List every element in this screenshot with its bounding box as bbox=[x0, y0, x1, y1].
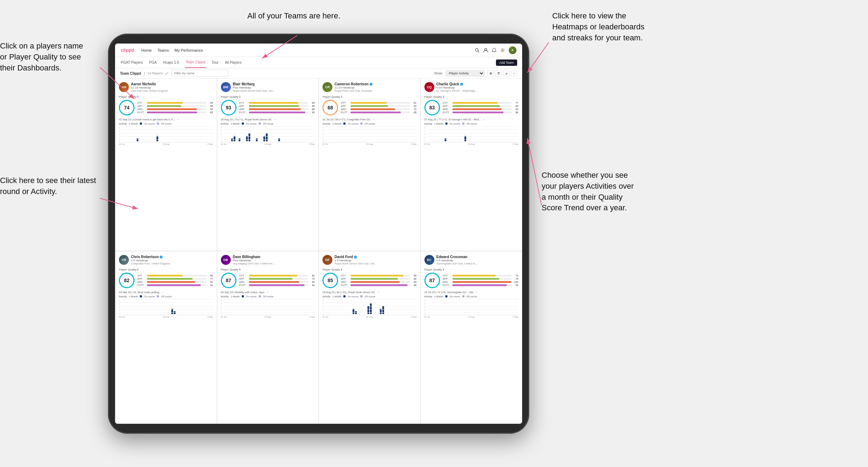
stat-row-ott: OTT 89 bbox=[341, 274, 417, 277]
activity-section: Activity · 1 Month On course Off course … bbox=[424, 295, 519, 318]
nav-teams[interactable]: Teams bbox=[158, 48, 169, 52]
quality-label: Player Quality ℹ bbox=[322, 268, 417, 271]
date-end: 4 Sep bbox=[411, 143, 417, 145]
latest-round[interactable]: 02 Jul 23 | 59 (+17), Craigmillar Park G… bbox=[322, 118, 417, 121]
player-name[interactable]: David Ford ✓ bbox=[335, 255, 417, 259]
legend-on-course bbox=[242, 295, 244, 297]
activity-section: Activity · 1 Month On course Off course … bbox=[221, 295, 315, 318]
stat-bar-ott bbox=[249, 102, 299, 104]
player-name[interactable]: Charlie Quick ✓ bbox=[436, 82, 519, 86]
stat-label-arg: ARG bbox=[137, 281, 146, 283]
latest-round-arrow: → bbox=[273, 118, 276, 121]
player-card: CQ Charlie Quick ✓ 6-10 Handicap St. Geo… bbox=[421, 78, 522, 251]
stat-bar-arg bbox=[147, 108, 197, 110]
player-name[interactable]: Edward Crossman bbox=[436, 255, 519, 259]
quality-circle[interactable]: 74 bbox=[119, 100, 135, 115]
stat-label-putt: PUTT bbox=[341, 111, 349, 114]
stat-bar-app bbox=[452, 105, 500, 107]
player-name[interactable]: Aaron Nicholls bbox=[131, 82, 213, 86]
chart-dates: 31 Jul 21 Aug 4 Sep bbox=[221, 143, 315, 145]
stat-label-ott: OTT bbox=[443, 274, 451, 277]
bell-icon[interactable] bbox=[492, 48, 497, 53]
latest-round[interactable]: 02 Sep 23 | Sunset round to get back int… bbox=[119, 118, 213, 121]
stat-bar-bg-app bbox=[452, 278, 512, 280]
stat-bar-bg-ott bbox=[452, 102, 512, 104]
nav-icons: A bbox=[475, 46, 516, 54]
legend-on-course bbox=[343, 123, 346, 125]
quality-circle[interactable]: 87 bbox=[221, 273, 236, 288]
latest-round[interactable]: 04 Sep 23 | Mobility with coach, Gym → bbox=[221, 290, 315, 294]
stat-bar-putt bbox=[452, 112, 503, 113]
grid-view-button[interactable]: ⊞ bbox=[487, 70, 494, 76]
edit-icon[interactable] bbox=[165, 72, 169, 75]
quality-circle[interactable]: 82 bbox=[119, 273, 135, 288]
nav-home[interactable]: Home bbox=[141, 48, 152, 52]
tab-team-clippd[interactable]: Team Clippd bbox=[185, 57, 206, 68]
activity-label: Activity · 1 Month On course Off course bbox=[322, 123, 417, 125]
activity-section: Activity · 1 Month On course Off course … bbox=[424, 123, 519, 145]
player-name[interactable]: Cameron Robertson ✓ bbox=[335, 82, 417, 86]
user-avatar[interactable]: A bbox=[509, 46, 516, 54]
stat-label-ott: OTT bbox=[341, 274, 349, 277]
player-name[interactable]: Blair McHarg bbox=[233, 82, 315, 86]
list-view-button[interactable]: ☰ bbox=[495, 70, 502, 76]
settings-icon[interactable] bbox=[500, 48, 505, 53]
view-icons: ⊞ ☰ ⊿ ↕ bbox=[487, 70, 517, 76]
user-icon[interactable] bbox=[483, 48, 488, 53]
legend-off-text: Off course bbox=[161, 123, 172, 125]
show-select[interactable]: Player Activity Quality Score Trend bbox=[446, 70, 485, 76]
filter-button[interactable]: ⊿ bbox=[503, 70, 509, 76]
stat-label-putt: PUTT bbox=[341, 284, 349, 286]
stat-label-arg: ARG bbox=[239, 108, 248, 110]
stat-row-putt: PUTT 85 bbox=[341, 111, 417, 114]
latest-round[interactable]: 18 Jul 23 | 74 (+4), Sunningdale GC - Ol… bbox=[424, 290, 519, 294]
stat-value-app: 63 bbox=[411, 105, 417, 107]
latest-round-arrow: → bbox=[475, 290, 478, 294]
stat-bar-app bbox=[350, 105, 388, 107]
quality-label: Player Quality ℹ bbox=[221, 268, 315, 271]
chart-dates: 31 Jul 21 Aug 4 Sep bbox=[119, 316, 213, 318]
stat-row-app: APP 80 bbox=[341, 278, 417, 280]
activity-chart: 5 4 3 2 1 bbox=[424, 126, 519, 142]
tab-pgat[interactable]: PGAT Players bbox=[120, 57, 143, 68]
activity-chart: 5 4 3 2 1 bbox=[119, 126, 213, 142]
quality-circle[interactable]: 68 bbox=[322, 100, 338, 115]
player-name[interactable]: Dave Billingham bbox=[233, 255, 315, 259]
legend-on-course bbox=[140, 123, 142, 125]
date-end: 4 Sep bbox=[513, 316, 518, 318]
add-team-button[interactable]: Add Team bbox=[496, 59, 517, 66]
quality-circle[interactable]: 87 bbox=[424, 273, 440, 288]
player-club: Royal North Devon Golf Club, United Kin.… bbox=[335, 262, 377, 265]
search-input[interactable] bbox=[172, 70, 228, 77]
latest-round[interactable]: 26 Aug 23 | 73 (+1), Royal North Devon G… bbox=[221, 118, 315, 121]
sort-button[interactable]: ↕ bbox=[511, 70, 517, 76]
quality-circle[interactable]: 85 bbox=[322, 273, 338, 288]
quality-circle[interactable]: 83 bbox=[424, 100, 440, 115]
stat-bar-bg-arg bbox=[452, 108, 512, 110]
player-club: Drift Golf Club, United Kingdom bbox=[131, 89, 173, 92]
tab-hcaps[interactable]: Hcaps 1-5 bbox=[162, 57, 180, 68]
stat-value-ott: 73 bbox=[513, 274, 518, 277]
tab-tour[interactable]: Tour bbox=[211, 57, 219, 68]
player-header: CQ Charlie Quick ✓ 6-10 Handicap St. Geo… bbox=[424, 82, 519, 92]
stat-value-putt: 95 bbox=[309, 111, 315, 114]
tab-all-players[interactable]: All Players bbox=[224, 57, 242, 68]
latest-round[interactable]: 07 Aug 23 | 77 (+7), St George's Hill GC… bbox=[424, 118, 519, 121]
nav-performance[interactable]: My Performance bbox=[175, 48, 203, 52]
quality-circle[interactable]: 93 bbox=[221, 100, 236, 115]
tab-pga[interactable]: PGA bbox=[148, 57, 157, 68]
stat-label-putt: PUTT bbox=[137, 284, 146, 286]
player-header: CR Cameron Robertson ✓ 11-15 Handicap Ro… bbox=[322, 82, 417, 92]
stat-row-ott: OTT 60 bbox=[137, 274, 213, 277]
latest-round[interactable]: 03 Mar 23 | 19, Must make putting → bbox=[119, 290, 213, 294]
player-name[interactable]: Chris Robertson ✓ bbox=[131, 255, 213, 259]
stat-value-arg: 85 bbox=[309, 281, 315, 283]
stat-value-putt: 96 bbox=[411, 284, 417, 286]
search-icon[interactable] bbox=[475, 48, 480, 53]
stat-label-arg: ARG bbox=[341, 108, 349, 110]
stat-value-app: 85 bbox=[309, 105, 315, 107]
latest-round[interactable]: 26 Aug 23 | 84 (+12), Royal North Devon … bbox=[322, 290, 417, 294]
svg-point-4 bbox=[502, 50, 503, 51]
stat-value-app: 74 bbox=[309, 278, 315, 280]
stat-row-putt: PUTT 91 bbox=[137, 284, 213, 286]
